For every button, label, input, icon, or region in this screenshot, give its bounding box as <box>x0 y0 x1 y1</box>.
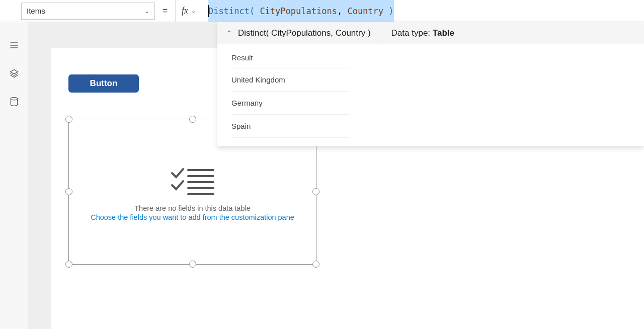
checklist-icon <box>170 167 215 197</box>
property-selector-value: Items <box>27 7 45 15</box>
intellisense-datatype: Data type: Table <box>380 28 465 38</box>
text-cursor <box>208 5 209 17</box>
menu-icon[interactable] <box>9 40 19 50</box>
result-row: Spain <box>231 115 349 138</box>
data-table-empty-state: There are no fields in this data table C… <box>69 167 316 221</box>
formula-token-arg1: CityPopulations <box>260 6 337 16</box>
formula-token-open: ( <box>250 6 260 16</box>
formula-bar: Items ⌄ = fx ⌄ Distinct( CityPopulations… <box>0 0 644 22</box>
result-row: United Kingdom <box>231 68 349 92</box>
fx-button[interactable]: fx ⌄ <box>175 0 202 22</box>
left-rail <box>0 22 28 329</box>
property-selector[interactable]: Items ⌄ <box>21 3 155 20</box>
resize-handle-s[interactable] <box>189 261 196 268</box>
canvas-button-control[interactable]: Button <box>68 74 139 93</box>
result-row: Germany <box>231 92 349 115</box>
database-icon[interactable] <box>9 97 19 107</box>
svg-marker-3 <box>10 70 18 74</box>
empty-state-link[interactable]: Choose the fields you want to add from t… <box>69 213 316 221</box>
formula-token-sp <box>342 6 347 16</box>
empty-state-line1: There are no fields in this data table <box>69 204 316 212</box>
formula-input[interactable]: Distinct( CityPopulations, Country ) <box>202 0 644 22</box>
formula-token-sp2 <box>383 6 388 16</box>
resize-handle-n[interactable] <box>189 116 196 123</box>
intellisense-header: ⌃ Distinct( CityPopulations, Country ) D… <box>217 22 644 44</box>
formula-token-fn: Distinct <box>208 6 250 16</box>
formula-token-close: ) <box>388 6 393 16</box>
intellisense-panel: ⌃ Distinct( CityPopulations, Country ) D… <box>217 22 644 146</box>
canvas-button-label: Button <box>90 78 118 89</box>
resize-handle-nw[interactable] <box>65 116 72 123</box>
resize-handle-sw[interactable] <box>65 261 72 268</box>
datatype-label: Data type: <box>391 28 433 38</box>
chevron-down-icon: ⌄ <box>144 8 149 15</box>
intellisense-results: Result United Kingdom Germany Spain <box>217 44 363 146</box>
layers-icon[interactable] <box>9 68 19 78</box>
intellisense-signature-cell: ⌃ Distinct( CityPopulations, Country ) <box>217 22 380 44</box>
chevron-up-icon[interactable]: ⌃ <box>226 29 232 37</box>
formula-token-comma: , <box>337 6 342 16</box>
datatype-value: Table <box>433 28 454 38</box>
intellisense-signature: Distinct( CityPopulations, Country ) <box>238 28 371 38</box>
formula-token-arg2: Country <box>347 6 383 16</box>
svg-point-4 <box>11 98 17 100</box>
fx-label: fx <box>182 6 188 16</box>
equals-sign: = <box>155 6 175 16</box>
resize-handle-se[interactable] <box>312 261 319 268</box>
chevron-down-icon: ⌄ <box>191 8 196 14</box>
result-column-header: Result <box>231 48 349 68</box>
